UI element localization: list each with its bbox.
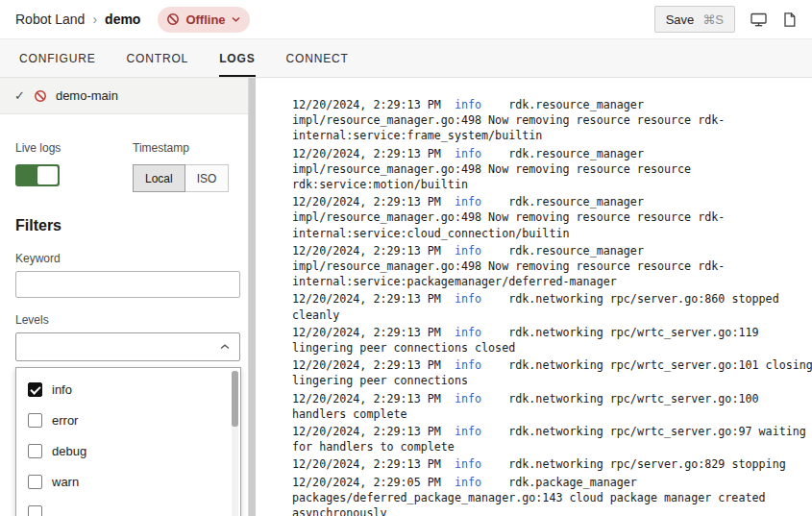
top-bar-actions: Save ⌘S [654, 6, 797, 33]
log-entry: 12/20/2024, 2:29:13 PM info rdk.resource… [292, 243, 812, 290]
log-timestamp: 12/20/2024, 2:29:13 PM [292, 326, 441, 339]
filters-title: Filters [15, 217, 240, 234]
log-level-link[interactable]: info [455, 292, 481, 306]
levels-option-partial[interactable] [16, 497, 240, 516]
breadcrumb-separator: › [92, 12, 97, 27]
timestamp-local-button[interactable]: Local [133, 164, 185, 192]
save-label: Save [666, 12, 695, 27]
check-icon: ✓ [14, 89, 25, 102]
log-level-link[interactable]: info [455, 392, 481, 405]
sidebar-controls: Live logs Timestamp LocalISO Filters Key… [0, 141, 248, 516]
log-scrollbar[interactable] [249, 78, 256, 516]
log-timestamp: 12/20/2024, 2:29:13 PM [292, 195, 441, 209]
log-pane: 12/20/2024, 2:29:13 PM info rdk.resource… [249, 78, 812, 516]
log-timestamp: 12/20/2024, 2:29:13 PM [292, 244, 441, 258]
dropdown-scrollbar-thumb[interactable] [232, 371, 238, 427]
live-logs-label: Live logs [15, 141, 133, 155]
save-button[interactable]: Save ⌘S [654, 6, 735, 33]
tab-connect[interactable]: CONNECT [286, 39, 349, 77]
levels-select[interactable] [15, 332, 240, 361]
log-entry: 12/20/2024, 2:29:13 PM info rdk.networki… [292, 325, 812, 356]
log-entry: 12/20/2024, 2:29:13 PM info rdk.resource… [292, 97, 812, 144]
log-timestamp: 12/20/2024, 2:29:13 PM [292, 457, 441, 471]
levels-option-label: debug [52, 444, 86, 458]
log-list: 12/20/2024, 2:29:13 PM info rdk.resource… [292, 97, 812, 516]
app-window: Robot Land › demo Offline Save ⌘S [0, 0, 812, 516]
status-label: Offline [185, 12, 225, 27]
keyword-input[interactable] [15, 271, 240, 298]
levels-option-info[interactable]: info [16, 374, 240, 405]
log-entry: 12/20/2024, 2:29:13 PM info rdk.resource… [292, 194, 812, 241]
log-timestamp: 12/20/2024, 2:29:13 PM [292, 425, 441, 438]
checkbox-error[interactable] [28, 413, 42, 428]
live-logs-toggle[interactable] [15, 164, 60, 186]
breadcrumb-machine: demo [105, 12, 140, 27]
log-area: 12/20/2024, 2:29:13 PM info rdk.resource… [256, 78, 812, 516]
checkbox-info[interactable] [28, 382, 42, 397]
log-level-link[interactable]: info [455, 358, 481, 372]
breadcrumb-org[interactable]: Robot Land [15, 12, 85, 27]
timestamp-segmented: LocalISO [133, 164, 229, 192]
log-entry: 12/20/2024, 2:29:13 PM info rdk.resource… [292, 146, 812, 193]
log-entry: 12/20/2024, 2:29:05 PM info rdk.package_… [292, 475, 812, 516]
tab-control[interactable]: CONTROL [127, 39, 189, 77]
chevron-down-icon [232, 16, 240, 22]
tab-configure[interactable]: CONFIGURE [19, 39, 96, 77]
part-name: demo-main [56, 88, 118, 103]
levels-option-debug[interactable]: debug [16, 435, 240, 466]
top-bar: Robot Land › demo Offline Save ⌘S [0, 0, 812, 39]
log-level-link[interactable]: info [455, 244, 481, 258]
levels-option-list: infoerrordebugwarn [16, 374, 240, 516]
levels-option-label: info [52, 382, 72, 397]
log-message: rdk.networking rpc/server.go:829 stoppin… [508, 457, 786, 471]
timestamp-iso-button[interactable]: ISO [185, 164, 230, 192]
chevron-up-icon [220, 344, 230, 350]
content: ✓ demo-main Live logs [0, 78, 812, 516]
sidebar: ✓ demo-main Live logs [0, 78, 249, 516]
dropdown-scrollbar[interactable] [232, 371, 238, 516]
checkbox-partial[interactable] [28, 505, 42, 516]
offline-icon [166, 12, 180, 26]
save-shortcut: ⌘S [702, 12, 724, 27]
log-level-link[interactable]: info [455, 425, 481, 438]
log-level-link[interactable]: info [455, 457, 481, 471]
levels-option-warn[interactable]: warn [16, 466, 240, 497]
log-level-link[interactable]: info [455, 195, 481, 209]
keyword-label: Keyword [15, 252, 240, 265]
log-scrollbar-thumb[interactable] [249, 78, 256, 516]
checkbox-debug[interactable] [28, 444, 42, 458]
levels-dropdown: infoerrordebugwarn [15, 367, 241, 516]
log-timestamp: 12/20/2024, 2:29:13 PM [292, 147, 441, 160]
log-level-link[interactable]: info [455, 326, 481, 339]
levels-option-error[interactable]: error [16, 405, 240, 435]
log-entry: 12/20/2024, 2:29:13 PM info rdk.networki… [292, 424, 812, 455]
machine-status-dropdown[interactable]: Offline [158, 7, 249, 33]
toggle-knob [37, 166, 58, 184]
log-entry: 12/20/2024, 2:29:13 PM info rdk.networki… [292, 456, 812, 472]
log-timestamp: 12/20/2024, 2:29:13 PM [292, 358, 441, 372]
timestamp-label: Timestamp [133, 141, 229, 155]
checkbox-warn[interactable] [28, 475, 42, 489]
log-timestamp: 12/20/2024, 2:29:13 PM [292, 292, 441, 306]
monitor-icon[interactable] [750, 12, 768, 28]
levels-label: Levels [15, 313, 240, 327]
levels-option-label: error [52, 413, 78, 428]
log-timestamp: 12/20/2024, 2:29:13 PM [292, 392, 441, 405]
levels-option-label: warn [52, 475, 79, 489]
log-level-link[interactable]: info [455, 476, 481, 489]
log-level-link[interactable]: info [455, 98, 481, 111]
offline-part-icon [34, 89, 47, 103]
breadcrumb: Robot Land › demo [15, 12, 140, 27]
part-row-demo-main[interactable]: ✓ demo-main [0, 78, 248, 114]
log-entry: 12/20/2024, 2:29:13 PM info rdk.networki… [292, 357, 812, 388]
log-entry: 12/20/2024, 2:29:13 PM info rdk.networki… [292, 391, 812, 422]
document-icon[interactable] [782, 12, 797, 28]
log-timestamp: 12/20/2024, 2:29:05 PM [292, 476, 441, 489]
log-timestamp: 12/20/2024, 2:29:13 PM [292, 98, 441, 111]
log-entry: 12/20/2024, 2:29:13 PM info rdk.networki… [292, 291, 812, 322]
tab-bar: CONFIGURECONTROLLOGSCONNECT [0, 39, 812, 78]
log-level-link[interactable]: info [455, 147, 481, 160]
tab-logs[interactable]: LOGS [219, 39, 255, 77]
